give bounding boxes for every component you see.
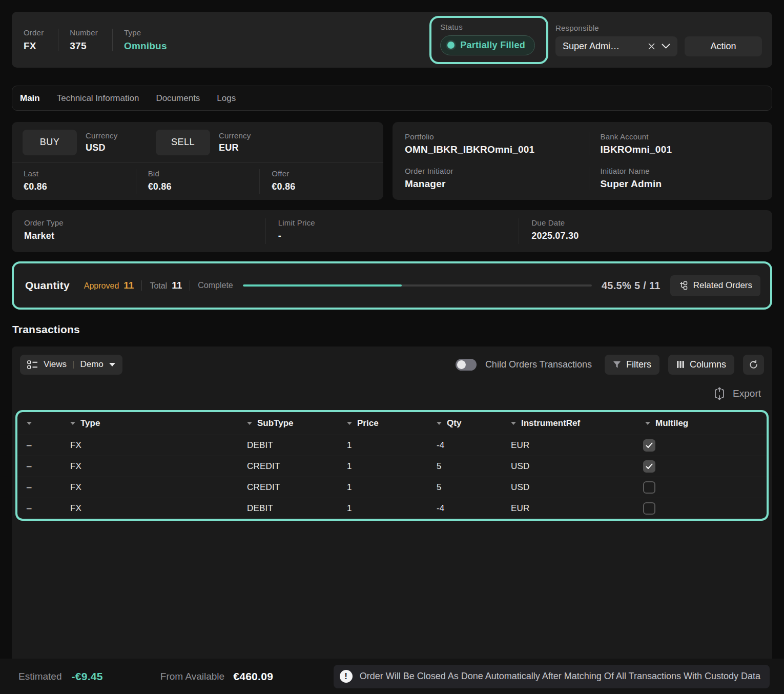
chevron-down-icon[interactable] (662, 44, 670, 49)
check-icon (646, 442, 653, 448)
cell-instrumentref: USD (502, 461, 636, 472)
cell-subtype: CREDIT (238, 461, 338, 472)
export-label: Export (733, 388, 761, 399)
transaction-row[interactable]: –FXCREDIT15USD (17, 456, 767, 477)
multileg-checkbox[interactable] (643, 460, 655, 473)
tab-logs[interactable]: Logs (217, 93, 236, 104)
sell-button[interactable]: SELL (156, 130, 210, 155)
column-header-expander[interactable] (17, 422, 61, 425)
divider: | (72, 359, 74, 370)
toolbar-right: Child Orders Transactions Filters (456, 355, 764, 375)
portfolio-value: OMN_IBKR_IBKROmni_001 (405, 144, 584, 155)
buy-button[interactable]: BUY (23, 130, 77, 155)
column-menu-icon (70, 422, 75, 425)
status-badge: Partially Filled (440, 35, 535, 55)
columns-label: Columns (690, 359, 726, 370)
refresh-button[interactable] (743, 355, 764, 375)
bank-account-field: Bank Account IBKROmni_001 (589, 132, 773, 155)
limit-price-field: Limit Price - (265, 218, 519, 244)
multileg-checkbox[interactable] (643, 481, 655, 494)
action-button[interactable]: Action (685, 36, 762, 56)
order-header: Order FX Number 375 Type Omnibus Status (12, 12, 772, 68)
total-value: 11 (172, 280, 182, 291)
transaction-row[interactable]: –FXCREDIT15USD (17, 477, 767, 498)
column-header-subtype[interactable]: SubType (238, 418, 338, 428)
column-label: Multileg (655, 418, 688, 428)
divider (190, 280, 190, 291)
quote-bid-label: Bid (148, 169, 260, 178)
status-text: Partially Filled (460, 40, 525, 51)
transactions-table-body: –FXDEBIT1-4EUR–FXCREDIT15USD–FXCREDIT15U… (17, 435, 767, 519)
cell-multileg (636, 502, 767, 515)
column-header-price[interactable]: Price (338, 418, 427, 428)
column-header-type[interactable]: Type (61, 418, 238, 428)
responsible-select[interactable]: Super Admi… (555, 36, 677, 56)
transactions-table-header: Type SubType Price Qty (17, 412, 767, 435)
export-icon (713, 387, 726, 400)
transaction-row[interactable]: –FXDEBIT1-4EUR (17, 498, 767, 519)
alert-icon: ! (340, 670, 353, 683)
order-summary-fields: Order FX Number 375 Type Omnibus (24, 28, 181, 52)
order-details-row: Order Type Market Limit Price - Due Date… (12, 210, 772, 252)
related-orders-label: Related Orders (693, 280, 752, 291)
filters-button[interactable]: Filters (605, 355, 659, 375)
columns-button[interactable]: Columns (668, 355, 734, 375)
multileg-checkbox[interactable] (643, 502, 655, 515)
column-label: InstrumentRef (521, 418, 580, 428)
transaction-row[interactable]: –FXDEBIT1-4EUR (17, 435, 767, 456)
multileg-checkbox[interactable] (643, 439, 655, 452)
initiator-name-value: Super Admin (601, 178, 768, 190)
columns-icon (676, 360, 685, 369)
cell-price: 1 (338, 482, 427, 493)
refresh-icon (749, 360, 758, 370)
column-menu-icon (347, 422, 352, 425)
tab-main[interactable]: Main (20, 93, 40, 104)
progress-text: 45.5% 5 / 11 (602, 280, 661, 292)
cell-qty: 5 (427, 461, 502, 472)
column-label: SubType (257, 418, 294, 428)
cell-expander[interactable]: – (17, 461, 61, 472)
cell-qty: -4 (427, 440, 502, 451)
transactions-toolbar: Views | Demo Child Orders Transactions F (20, 353, 764, 376)
tab-technical-information[interactable]: Technical Information (57, 93, 139, 104)
status-dot-icon (447, 42, 455, 49)
column-label: Qty (447, 418, 461, 428)
quote-offer-value: €0.86 (272, 181, 383, 192)
views-selector[interactable]: Views | Demo (20, 355, 122, 375)
export-button[interactable]: Export (713, 387, 761, 400)
column-menu-icon (437, 422, 442, 425)
bank-account-value: IBKROmni_001 (601, 144, 768, 155)
portfolio-card: Portfolio OMN_IBKR_IBKROmni_001 Bank Acc… (393, 122, 772, 200)
initiator-name-field: Initiator Name Super Admin (589, 167, 773, 190)
type-field-label: Type (124, 28, 167, 37)
column-header-instrumentref[interactable]: InstrumentRef (502, 418, 636, 428)
divider (112, 29, 113, 51)
number-field-label: Number (70, 28, 98, 37)
order-page: Order FX Number 375 Type Omnibus Status (0, 0, 784, 694)
bank-account-label: Bank Account (601, 132, 768, 141)
cell-price: 1 (338, 503, 427, 514)
cell-expander[interactable]: – (17, 440, 61, 451)
order-initiator-field: Order Initiator Manager (405, 167, 589, 190)
portfolio-label: Portfolio (405, 132, 584, 141)
quote-bid-value: €0.86 (148, 181, 260, 192)
responsible-label: Responsible (555, 24, 677, 32)
column-menu-icon (511, 422, 516, 425)
info-cards-row: BUY Currency USD SELL Currency EUR Last … (12, 122, 772, 200)
portfolio-field: Portfolio OMN_IBKR_IBKROmni_001 (405, 132, 589, 155)
column-menu-icon (247, 422, 252, 425)
initiator-name-label: Initiator Name (601, 167, 768, 175)
cell-expander[interactable]: – (17, 482, 61, 493)
column-header-multileg[interactable]: Multileg (636, 418, 767, 428)
column-header-qty[interactable]: Qty (427, 418, 502, 428)
tab-documents[interactable]: Documents (156, 93, 200, 104)
progress-fill (243, 284, 402, 287)
order-type-value: Market (24, 231, 265, 241)
child-orders-toggle-label: Child Orders Transactions (485, 359, 592, 370)
notice-banner: ! Order Will Be Closed As Done Automatic… (334, 665, 770, 688)
clear-icon[interactable] (648, 43, 655, 50)
cell-expander[interactable]: – (17, 503, 61, 514)
views-label: Views (44, 359, 67, 370)
child-orders-toggle[interactable] (456, 359, 477, 371)
related-orders-button[interactable]: Related Orders (670, 275, 760, 296)
